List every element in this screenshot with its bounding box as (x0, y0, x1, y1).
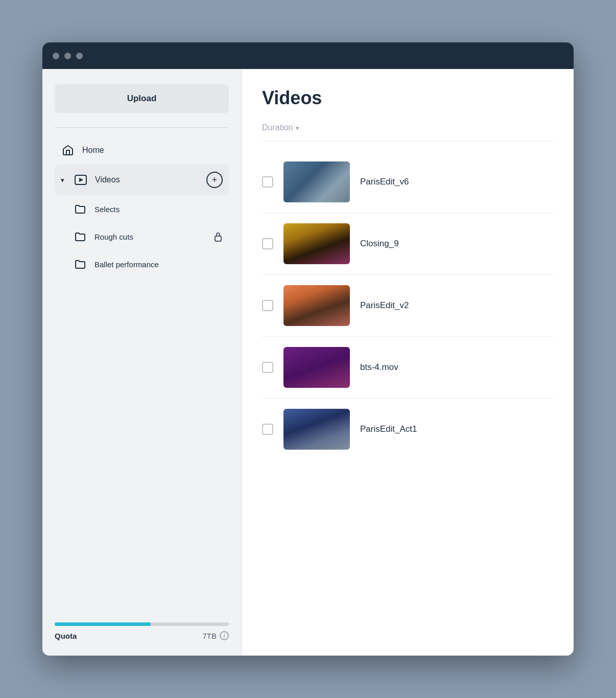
lock-icon (214, 231, 223, 242)
checkbox-bts4[interactable] (262, 362, 273, 373)
checkbox-paris-v6[interactable] (262, 176, 273, 188)
video-item-paris-v2[interactable]: ParisEdit_v2 (262, 275, 553, 337)
quota-label: Quota (55, 632, 77, 640)
video-item-closing-9[interactable]: Closing_9 (262, 213, 553, 275)
sidebar-item-home-label: Home (82, 146, 104, 155)
thumb-image-paris-v2 (283, 285, 350, 326)
sidebar-item-ballet[interactable]: Ballet performance (67, 250, 229, 278)
page-title: Videos (262, 87, 553, 109)
folder-rough-cuts-icon (73, 229, 87, 244)
thumbnail-paris-act1 (283, 409, 350, 450)
svg-marker-1 (79, 178, 83, 182)
thumb-image-paris-act1 (283, 409, 350, 450)
checkbox-paris-v2[interactable] (262, 300, 273, 311)
video-list: ParisEdit_v6 Closing_9 ParisEdit_v2 (262, 151, 553, 460)
checkbox-paris-act1[interactable] (262, 424, 273, 435)
chevron-down-icon: ▾ (296, 124, 299, 132)
add-video-button[interactable]: + (206, 172, 223, 188)
video-item-paris-v6[interactable]: ParisEdit_v6 (262, 151, 553, 213)
sidebar-item-ballet-label: Ballet performance (94, 260, 159, 269)
quota-bar-fill (55, 622, 151, 626)
svg-rect-2 (215, 236, 221, 241)
thumb-image-paris-v6 (283, 161, 350, 202)
video-name-closing-9: Closing_9 (360, 239, 399, 249)
folder-selects-icon (73, 202, 87, 216)
video-name-bts4: bts-4.mov (360, 362, 398, 373)
sidebar-item-home[interactable]: Home (55, 136, 229, 165)
video-name-paris-v2: ParisEdit_v2 (360, 300, 409, 311)
video-name-paris-act1: ParisEdit_Act1 (360, 424, 417, 434)
thumb-image-bts4 (283, 347, 350, 388)
video-item-paris-act1[interactable]: ParisEdit_Act1 (262, 399, 553, 460)
duration-filter-label: Duration (262, 123, 293, 132)
sidebar-item-rough-cuts-label: Rough cuts (94, 232, 133, 241)
thumbnail-paris-v2 (283, 285, 350, 326)
sidebar-item-rough-cuts[interactable]: Rough cuts (67, 223, 229, 250)
window-dot-3[interactable] (76, 53, 83, 59)
sidebar-item-videos[interactable]: ▾ Videos + (55, 165, 229, 195)
video-name-paris-v6: ParisEdit_v6 (360, 177, 409, 187)
main-content: Upload Home ▾ (42, 69, 574, 656)
thumbnail-bts4 (283, 347, 350, 388)
folder-ballet-icon (73, 257, 87, 271)
app-window: Upload Home ▾ (42, 42, 574, 656)
sidebar: Upload Home ▾ (42, 69, 242, 656)
sidebar-item-videos-label: Videos (95, 175, 120, 184)
video-icon (74, 173, 88, 187)
quota-info-icon[interactable]: i (220, 631, 229, 640)
sidebar-item-selects-label: Selects (94, 205, 120, 214)
quota-amount: 7TB (202, 632, 217, 640)
window-dot-2[interactable] (64, 53, 71, 59)
thumbnail-closing-9 (283, 223, 350, 264)
window-dot-1[interactable] (53, 53, 59, 59)
duration-filter-button[interactable]: Duration ▾ (262, 123, 299, 132)
quota-bar-background (55, 622, 229, 626)
expand-arrow-icon: ▾ (61, 176, 64, 184)
main-panel: Videos Duration ▾ ParisEdit_v6 (242, 69, 574, 656)
filter-bar: Duration ▾ (262, 123, 553, 141)
sub-nav: Selects Rough cuts (55, 195, 229, 278)
quota-section: Quota 7TB i (55, 612, 229, 640)
thumb-image-closing-9 (283, 223, 350, 264)
thumbnail-paris-v6 (283, 161, 350, 202)
video-item-bts4[interactable]: bts-4.mov (262, 337, 553, 399)
sidebar-item-selects[interactable]: Selects (67, 195, 229, 223)
checkbox-closing-9[interactable] (262, 238, 273, 249)
home-icon (61, 143, 75, 157)
upload-button[interactable]: Upload (55, 84, 229, 113)
quota-value: 7TB i (202, 631, 229, 640)
quota-label-row: Quota 7TB i (55, 631, 229, 640)
sidebar-divider (55, 127, 229, 128)
titlebar (42, 42, 574, 69)
